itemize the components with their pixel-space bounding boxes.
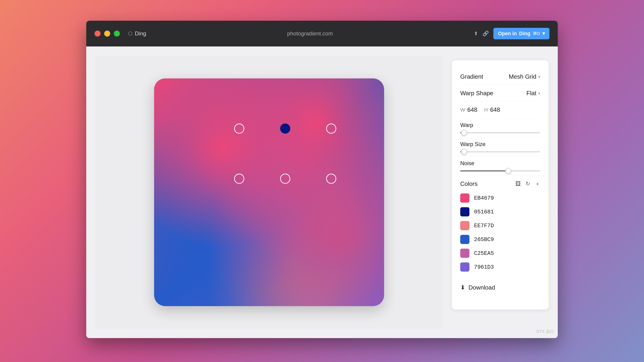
gradient-value-text: Mesh Grid	[509, 73, 536, 80]
noise-slider-thumb[interactable]	[505, 168, 511, 174]
warp-size-slider-thumb[interactable]	[461, 149, 467, 155]
color-hex-3: EE7F7D	[474, 223, 494, 229]
colors-actions: 🖼 ↻ ＋	[516, 180, 540, 188]
height-value: 648	[490, 106, 500, 114]
open-in-label: Open in	[498, 30, 517, 36]
link-icon[interactable]: 🔗	[482, 30, 489, 36]
warp-shape-value-text: Flat	[526, 90, 536, 97]
color-list: EB4679 051681 EE7F7D 265BC9 C25EA5	[460, 191, 540, 274]
image-icon[interactable]: 🖼	[516, 180, 521, 187]
titlebar: ⬡ Ding photogradient.com ⬆ 🔗 Open in Din…	[86, 21, 558, 46]
chevron-down-icon: ▾	[538, 74, 540, 79]
browser-window: ⬡ Ding photogradient.com ⬆ 🔗 Open in Din…	[86, 21, 558, 338]
color-swatch-5	[460, 248, 470, 258]
download-label: Download	[468, 284, 495, 291]
color-swatch-3	[460, 221, 470, 230]
color-swatch-4	[460, 235, 470, 244]
noise-label: Noise	[460, 160, 540, 166]
warp-size-slider[interactable]	[460, 151, 540, 152]
color-swatch-1	[460, 194, 470, 202]
width-item: W 648	[460, 106, 477, 114]
tab-label[interactable]: Ding	[135, 30, 146, 37]
color-swatch-6	[460, 262, 470, 272]
color-hex-5: C25EA5	[474, 250, 494, 256]
control-point-5[interactable]	[280, 174, 290, 184]
canvas-area	[96, 56, 443, 329]
chevron-down-icon: ▾	[538, 91, 540, 96]
height-item: H 648	[484, 106, 500, 114]
control-point-6[interactable]	[326, 174, 336, 184]
control-point-4[interactable]	[234, 174, 244, 184]
color-item-1[interactable]: EB4679	[460, 191, 540, 205]
warp-slider[interactable]	[460, 132, 540, 134]
close-button[interactable]	[94, 30, 100, 36]
tab-icon: ⬡	[128, 30, 132, 36]
maximize-button[interactable]	[114, 30, 120, 36]
color-item-3[interactable]: EE7F7D	[460, 219, 540, 232]
sidebar-panel: Gradient Mesh Grid ▾ Warp Shape Flat ▾ W…	[452, 60, 548, 310]
warp-slider-thumb[interactable]	[461, 130, 467, 136]
noise-slider-row: Noise	[460, 156, 540, 176]
width-value: 648	[467, 106, 477, 114]
download-button[interactable]: ⬇ Download	[460, 278, 540, 297]
gradient-value[interactable]: Mesh Grid ▾	[509, 73, 540, 80]
keyboard-shortcut: ⌘O	[533, 31, 540, 36]
url-bar: photogradient.com	[146, 30, 474, 37]
color-hex-4: 265BC9	[474, 236, 494, 243]
control-point-1[interactable]	[234, 124, 244, 134]
warp-shape-value[interactable]: Flat ▾	[526, 90, 540, 97]
noise-slider[interactable]	[460, 170, 540, 172]
add-color-icon[interactable]: ＋	[535, 180, 540, 188]
refresh-icon[interactable]: ↻	[526, 180, 530, 187]
warp-shape-label: Warp Shape	[460, 90, 493, 97]
colors-header: Colors 🖼 ↻ ＋	[460, 176, 540, 191]
warp-label: Warp	[460, 122, 540, 128]
dimensions-row: W 648 H 648	[460, 102, 540, 118]
colors-title: Colors	[460, 180, 478, 188]
url-text: photogradient.com	[287, 30, 333, 36]
color-item-6[interactable]: 7961D3	[460, 260, 540, 274]
height-label: H	[484, 107, 488, 113]
tab-area: ⬡ Ding	[128, 30, 146, 37]
titlebar-icons: ⬆ 🔗	[474, 30, 489, 36]
open-in-button[interactable]: Open in Ding ⌘O ▾	[493, 28, 550, 39]
color-hex-1: EB4679	[474, 195, 494, 201]
width-label: W	[460, 107, 465, 113]
warp-size-label: Warp Size	[460, 141, 540, 148]
open-in-app: Ding	[519, 30, 530, 36]
control-point-2[interactable]	[280, 124, 290, 134]
color-item-5[interactable]: C25EA5	[460, 246, 540, 260]
noise-slider-fill	[460, 170, 508, 172]
color-hex-2: 051681	[474, 209, 494, 215]
control-point-3[interactable]	[326, 124, 336, 134]
color-item-4[interactable]: 265BC9	[460, 232, 540, 246]
chevron-down-icon: ▾	[542, 30, 545, 36]
warp-slider-row: Warp	[460, 118, 540, 137]
download-icon: ⬇	[460, 284, 465, 291]
download-row: ⬇ Download	[460, 274, 540, 301]
minimize-button[interactable]	[104, 30, 110, 36]
color-item-2[interactable]: 051681	[460, 205, 540, 219]
main-content: Gradient Mesh Grid ▾ Warp Shape Flat ▾ W…	[86, 46, 558, 338]
traffic-lights	[94, 30, 120, 36]
gradient-label: Gradient	[460, 73, 483, 80]
warp-shape-row: Warp Shape Flat ▾	[460, 85, 540, 102]
warp-size-slider-row: Warp Size	[460, 137, 540, 156]
color-hex-6: 7961D3	[474, 264, 494, 270]
share-icon[interactable]: ⬆	[474, 30, 478, 36]
gradient-canvas[interactable]	[154, 78, 384, 306]
watermark: DTX 高行	[536, 329, 554, 334]
gradient-row: Gradient Mesh Grid ▾	[460, 68, 540, 85]
color-swatch-2	[460, 207, 470, 216]
